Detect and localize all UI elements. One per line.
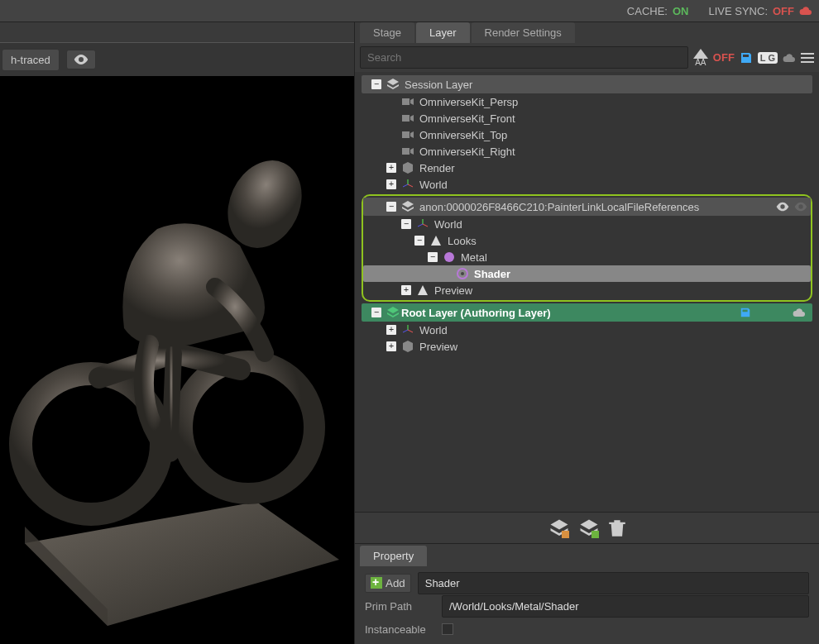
tab-render-settings[interactable]: Render Settings: [472, 22, 575, 43]
viewport-3d[interactable]: [0, 76, 354, 644]
trash-icon[interactable]: [609, 519, 625, 537]
tree-item-preview-2[interactable]: Preview: [362, 338, 812, 355]
eye-icon[interactable]: [776, 202, 789, 212]
instanceable-label: Instanceable: [365, 623, 435, 636]
expand-icon[interactable]: [386, 202, 396, 212]
tree-item-metal[interactable]: Metal: [363, 249, 811, 265]
cache-status: ON: [673, 5, 689, 17]
axis-icon: [401, 178, 414, 191]
highlighted-layer-group: anon:0000026F8466C210:PainterLinkLocalFi…: [362, 194, 812, 302]
prim-path-field[interactable]: [442, 595, 809, 618]
root-layer-row[interactable]: Root Layer (Authoring Layer): [362, 303, 812, 322]
tab-stage[interactable]: Stage: [360, 22, 414, 43]
svg-rect-6: [562, 531, 569, 538]
svg-point-1: [182, 361, 314, 494]
tree-item-preview-1[interactable]: Preview: [363, 282, 811, 298]
svg-point-5: [461, 272, 464, 275]
expand-icon[interactable]: [371, 308, 381, 317]
name-field[interactable]: [418, 572, 809, 594]
visibility-button[interactable]: [66, 50, 96, 69]
menu-icon[interactable]: [801, 52, 814, 64]
panel-tabs: Stage Layer Render Settings: [355, 22, 819, 43]
save-icon[interactable]: [740, 51, 753, 64]
camera-icon: [401, 112, 414, 125]
expand-icon[interactable]: [414, 236, 424, 246]
cache-label: CACHE:: [627, 5, 668, 17]
layer-add-icon[interactable]: [549, 518, 569, 538]
tree-item-shader[interactable]: Shader: [363, 265, 811, 282]
expand-icon[interactable]: [401, 285, 411, 295]
svg-point-3: [444, 252, 454, 262]
expand-icon[interactable]: [371, 79, 381, 89]
prim-icon: [416, 284, 429, 297]
tree-item-world-3[interactable]: World: [362, 322, 812, 338]
expand-icon[interactable]: [428, 252, 438, 262]
lg-badge[interactable]: L G: [758, 52, 778, 64]
camera-icon: [401, 95, 414, 108]
viewport-panel: h-traced: [0, 22, 354, 644]
layers-icon: [401, 200, 414, 213]
prim-icon: [429, 234, 443, 247]
tree-item-looks[interactable]: Looks: [363, 232, 811, 249]
prim-path-label: Prim Path: [365, 600, 435, 613]
camera-icon: [401, 145, 414, 158]
tree-item-render[interactable]: Render: [362, 160, 812, 176]
layers-icon: [386, 78, 400, 91]
cube-icon: [401, 340, 414, 353]
layer-new-icon[interactable]: [579, 518, 599, 538]
viewport-content: [8, 97, 339, 626]
layers-icon: [386, 306, 400, 319]
livesync-label: LIVE SYNC:: [708, 5, 768, 17]
cloud-icon-grey[interactable]: [793, 308, 806, 317]
plus-icon: [371, 577, 382, 589]
instanceable-checkbox[interactable]: [442, 623, 453, 635]
aa-off[interactable]: OFF: [713, 51, 735, 64]
expand-icon[interactable]: [386, 179, 396, 189]
search-input[interactable]: [360, 46, 688, 69]
tree-item-world-2[interactable]: World: [363, 216, 811, 232]
expand-icon[interactable]: [386, 341, 396, 351]
eye-icon-dim[interactable]: [794, 202, 807, 212]
axis-icon: [416, 217, 429, 231]
cloud-icon-grey[interactable]: [783, 53, 796, 63]
render-mode-button[interactable]: h-traced: [2, 49, 60, 71]
expand-icon[interactable]: [386, 325, 396, 335]
camera-icon: [401, 128, 414, 141]
tree-item-persp[interactable]: OmniverseKit_Persp: [362, 93, 812, 110]
svg-rect-7: [592, 531, 599, 538]
expand-icon[interactable]: [401, 219, 411, 229]
shader-icon: [456, 267, 469, 280]
aa-icon[interactable]: AA: [693, 49, 708, 67]
layer-actions: [355, 512, 819, 543]
search-row: AA OFF L G: [355, 43, 819, 72]
property-panel: Property Add Prim Path Instanceable: [355, 543, 819, 644]
top-bar: CACHE: ON LIVE SYNC: OFF: [0, 0, 819, 22]
tree-item-top[interactable]: OmniverseKit_Top: [362, 126, 812, 143]
cube-icon: [401, 161, 414, 174]
layer-tree: Session Layer OmniverseKit_Persp Omniver…: [355, 72, 819, 512]
material-icon: [443, 250, 456, 264]
tree-item-world-1[interactable]: World: [362, 176, 812, 193]
anon-layer-row[interactable]: anon:0000026F8466C210:PainterLinkLocalFi…: [363, 198, 811, 216]
viewport-toolbar: h-traced: [0, 43, 354, 76]
tree-item-right[interactable]: OmniverseKit_Right: [362, 143, 812, 160]
session-layer-row[interactable]: Session Layer: [362, 75, 812, 93]
tab-property[interactable]: Property: [360, 546, 427, 566]
expand-icon[interactable]: [386, 163, 396, 173]
axis-icon: [401, 323, 414, 336]
add-button[interactable]: Add: [365, 574, 411, 593]
livesync-status: OFF: [773, 5, 794, 17]
tab-layer[interactable]: Layer: [416, 22, 470, 43]
tree-item-front[interactable]: OmniverseKit_Front: [362, 110, 812, 126]
cloud-icon[interactable]: [799, 6, 812, 16]
save-icon[interactable]: [740, 307, 751, 318]
